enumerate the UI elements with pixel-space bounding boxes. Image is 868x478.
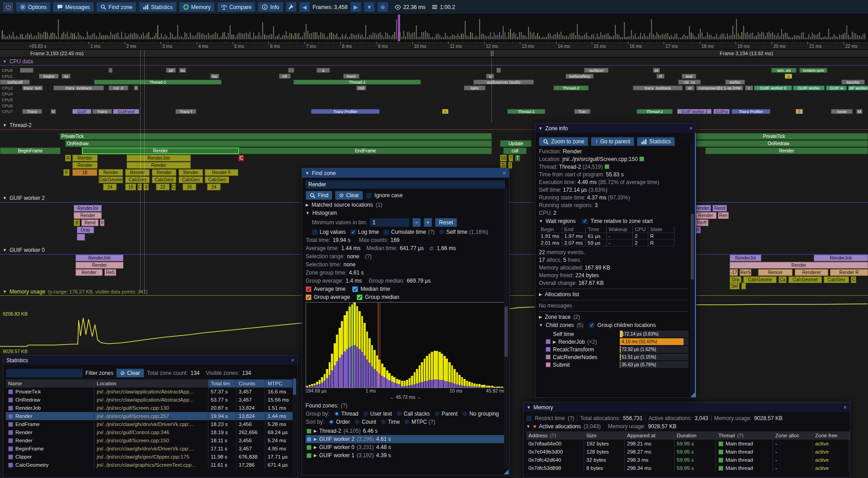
timeline-zone[interactable]: et [685, 85, 694, 90]
timeline-zone[interactable]: c [745, 85, 753, 90]
timeline-zone[interactable]: Tracy f [175, 109, 196, 114]
timeline-zone[interactable]: 26 [183, 184, 196, 190]
timeline-zone[interactable]: f [796, 109, 803, 114]
timeline-zone[interactable]: surfacefling [566, 74, 594, 79]
timeline-zone[interactable]: Render [82, 147, 239, 154]
stats-row[interactable]: RenderJobjni/../jni/src/guif/Screen.cpp:… [6, 404, 295, 412]
timeline-zone[interactable]: a [316, 68, 330, 73]
timeline-zone[interactable]: OnRedraw [65, 140, 492, 147]
timeline-zone[interactable]: surfac [725, 80, 745, 85]
clear-button[interactable]: ⊘Clear [335, 191, 363, 200]
expand-icon[interactable]: ▶ [314, 437, 317, 441]
timeline-zone[interactable]: CalcGeo [125, 176, 150, 183]
timeline-zone[interactable]: EndFrame [239, 147, 492, 154]
timeline-zone[interactable]: Rerff [695, 219, 708, 226]
timeline-zone[interactable]: Render [705, 147, 868, 154]
timeline-zone[interactable] [77, 234, 85, 241]
zone-location-cell[interactable]: jni/../jni/src/guif/Screen.cpp:257 [94, 412, 208, 420]
allocation-row[interactable]: 0x7e049b3d00128 bytes298.27 ms59.95 sMai… [526, 448, 847, 456]
timeline-zone[interactable]: Render [695, 212, 717, 219]
go-to-parent-button[interactable]: ↑Go to parent [591, 137, 634, 146]
timeline-zone[interactable] [288, 68, 294, 73]
column-header-total-tim[interactable]: Total tim [208, 379, 236, 388]
timeline-zone[interactable]: Thread-2 [637, 109, 673, 114]
timeline-zone[interactable]: Dra [730, 276, 741, 283]
timeline-zone[interactable] [741, 283, 746, 289]
timeline-zone[interactable]: GUIFworl [113, 109, 139, 114]
timeline-zone[interactable]: T [515, 155, 520, 161]
timeline-zone[interactable]: call [503, 147, 527, 154]
allocation-row[interactable]: 0x7dfaa64e00192 bytes298.21 ms59.95 sMai… [526, 440, 847, 448]
timeline-zone[interactable]: Thread-2 [507, 109, 545, 114]
legend-checkbox[interactable] [306, 294, 311, 300]
resize-grip[interactable] [690, 392, 695, 397]
address-cell[interactable]: 0x7dfc42d640 [526, 456, 584, 464]
timeline-zone[interactable]: tracy_systrace [633, 85, 683, 90]
section-header[interactable]: ▼Thread-2 [3, 122, 32, 128]
find-zone-histogram[interactable] [306, 302, 505, 388]
timeline-zone[interactable]: Render [730, 262, 868, 269]
timeline-zone[interactable]: rot_d [108, 85, 128, 90]
timeline-zone[interactable]: Thread-2 [553, 85, 589, 90]
histogram-toggle[interactable]: ▼Histogram [306, 210, 505, 216]
expand-icon[interactable]: ▶ [314, 429, 317, 433]
zone-name-cell[interactable]: OnRedraw [6, 396, 94, 404]
thread-color-swatch[interactable] [604, 164, 609, 169]
timeline-zone[interactable]: GUIF [72, 109, 91, 114]
timeline-zone[interactable]: Tracy Profiler [311, 109, 380, 114]
timeline-zone[interactable]: Render F [205, 169, 238, 176]
timeline-zone[interactable]: S5 [500, 155, 507, 161]
radio-mtpc[interactable] [404, 419, 410, 425]
zone-location-cell[interactable]: jni/../jni/src/claw/application/Abstract… [94, 388, 208, 396]
filter-zones-input[interactable] [6, 369, 83, 378]
timeline-zone[interactable]: Thread-2 [293, 80, 421, 85]
allocations-list-toggle[interactable]: ▶Allocations list [539, 291, 689, 298]
radio-no-grouping[interactable] [462, 411, 467, 416]
timeline-zone[interactable]: GUIFw [713, 109, 730, 114]
toolbar-button-find-zone[interactable]: Find zone [96, 2, 137, 12]
toolbar-button-memory[interactable]: Memory [179, 2, 215, 12]
frame-dropdown-button[interactable]: ▼ [364, 2, 375, 12]
timeline-zone[interactable]: RerS [740, 269, 751, 276]
column-header-thread[interactable]: Thread(?) [716, 431, 773, 440]
call-stack-cell[interactable]: [alloc] [fre [849, 448, 850, 456]
timeline-zone[interactable]: OnRedraw [689, 140, 868, 147]
column-header-counts[interactable]: Counts [236, 379, 265, 388]
zone-location-cell[interactable]: jni/../jni/src/claw/gfx/geo/Clipper.cpp:… [94, 453, 208, 461]
timeline-zone[interactable]: 24 [207, 184, 221, 190]
min-bin-increment-button[interactable]: + [424, 218, 432, 227]
toolbar-button-options[interactable]: Options [16, 2, 51, 12]
reset-button[interactable]: Reset [435, 218, 457, 227]
timeline-zone[interactable]: C [238, 155, 244, 161]
timeline-zone[interactable]: RenderJol [730, 255, 761, 261]
timeline-zone[interactable]: PrivateTick [60, 133, 492, 140]
allocation-row[interactable]: 0x7dfc53d8988 bytes298.34 ms59.95 sMain … [526, 464, 847, 472]
active-allocations-toggle[interactable]: ▼ ♥ Active allocations(3,043) Memory usa… [526, 423, 847, 430]
collapse-icon[interactable]: ▼ [527, 405, 531, 410]
collapse-icon[interactable]: ▼ [3, 59, 7, 64]
timeline-zone[interactable]: Tracy [22, 109, 42, 114]
zone-name-cell[interactable]: PrivateTick [6, 388, 94, 396]
timeline-zone[interactable]: GUIF w [826, 85, 847, 90]
column-header-zone-alloc[interactable]: Zone alloc [773, 431, 813, 440]
column-header-zone-free[interactable]: Zone free [813, 431, 849, 440]
timeline-zone[interactable]: surface! [584, 68, 609, 73]
section-header[interactable]: ▼GUIF worker 2 [3, 195, 45, 201]
timeline-zone[interactable]: sy [61, 74, 71, 79]
child-zone-row[interactable]: RecalcTransform72.92 μs (1.62%) [539, 345, 689, 353]
expand-icon[interactable]: ▶ [314, 445, 317, 450]
thread-color-checkbox[interactable] [307, 445, 311, 450]
wait-regions-toggle[interactable]: ▼Wait regions Time relative to zone star… [539, 218, 689, 224]
zone-location-cell[interactable]: jni/../jni/src/claw/gfx/drv/vk/DriverVk.… [94, 420, 208, 428]
timeline-zone[interactable]: 22 [156, 184, 170, 190]
statistics-header-row[interactable]: NameLocationTotal timCountsMTPC [6, 379, 295, 388]
stats-row[interactable]: Clipperjni/../jni/src/claw/gfx/geo/Clipp… [6, 453, 295, 461]
timeline-zone[interactable]: Render [125, 169, 150, 176]
timeline-zone[interactable]: A [442, 109, 448, 114]
address-cell[interactable]: 0x7dfaa64e00 [526, 440, 584, 448]
radio-call-stacks[interactable] [396, 411, 402, 416]
stats-row[interactable]: Renderjni/../jni/src/guif/Control.cpp:34… [6, 428, 295, 436]
group-children-checkbox[interactable] [589, 322, 594, 328]
toolbar-button-statistics[interactable]: Statistics [139, 2, 177, 12]
timeline-zone[interactable]: Render [127, 162, 191, 169]
